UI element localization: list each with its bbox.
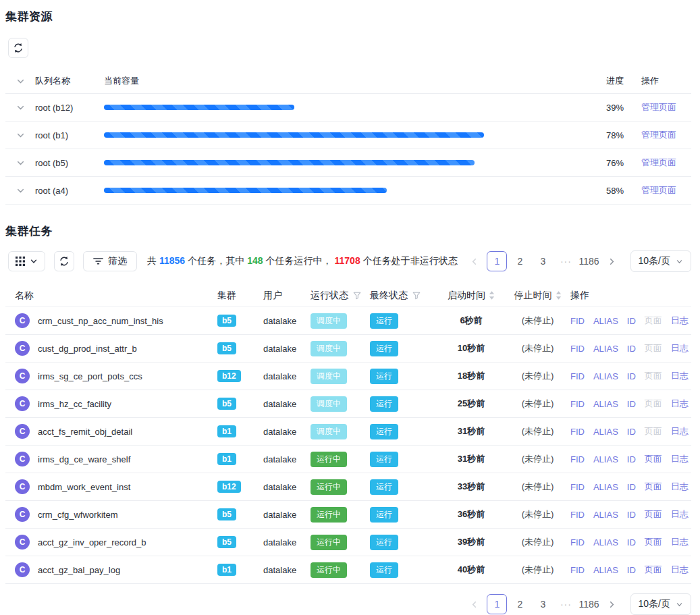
op-fid-link[interactable]: FID (570, 537, 585, 547)
op-alias-link[interactable]: ALIAS (593, 565, 618, 575)
task-row: C irms_hz_cc_facility b5 datalake 调度中 运行… (5, 390, 691, 418)
op-alias-link[interactable]: ALIAS (593, 482, 618, 492)
op-log-link[interactable]: 日志 (671, 564, 689, 576)
manage-page-link[interactable]: 管理页面 (641, 102, 676, 112)
filter-button-label: 筛选 (108, 255, 127, 267)
op-fid-link[interactable]: FID (570, 344, 585, 354)
start-time: 33秒前 (437, 481, 505, 493)
manage-page-link[interactable]: 管理页面 (641, 157, 676, 167)
op-alias-link[interactable]: ALIAS (593, 427, 618, 437)
page-button-2[interactable]: 2 (510, 251, 530, 271)
task-name: acct_gz_bal_pay_log (38, 565, 217, 575)
op-log-link[interactable]: 日志 (671, 425, 689, 437)
op-fid-link[interactable]: FID (570, 399, 585, 409)
page-button-1[interactable]: 1 (487, 594, 507, 614)
op-id-link[interactable]: ID (627, 565, 636, 575)
op-fid-link[interactable]: FID (570, 565, 585, 575)
manage-page-link[interactable]: 管理页面 (641, 185, 676, 195)
final-status-header: 最终状态 (370, 290, 408, 302)
op-alias-link[interactable]: ALIAS (593, 510, 618, 520)
funnel-filter-icon[interactable] (353, 292, 361, 300)
op-id-link[interactable]: ID (627, 510, 636, 520)
op-fid-link[interactable]: FID (570, 371, 585, 381)
op-page-link[interactable]: 页面 (645, 453, 662, 465)
op-fid-link[interactable]: FID (570, 482, 585, 492)
op-alias-link[interactable]: ALIAS (593, 371, 618, 381)
prev-page-button[interactable] (464, 594, 484, 614)
avatar: C (15, 369, 30, 383)
queue-name: root (a4) (35, 186, 104, 196)
page-button-last[interactable]: 1186 (578, 594, 599, 614)
page-button-3[interactable]: 3 (533, 251, 553, 271)
stop-time: (未停止) (505, 315, 570, 327)
stop-time: (未停止) (505, 564, 570, 576)
op-log-link[interactable]: 日志 (671, 481, 689, 493)
page-size-select[interactable]: 10条/页 (630, 593, 691, 615)
op-page-link[interactable]: 页面 (645, 370, 662, 382)
queue-row: root (a4) 58% 管理页面 (5, 177, 691, 205)
op-log-link[interactable]: 日志 (671, 536, 689, 548)
op-log-link[interactable]: 日志 (671, 370, 689, 382)
task-row: C acct_gz_bal_pay_log b1 datalake 运行中 运行… (5, 556, 691, 584)
queue-name-header: 队列名称 (35, 75, 104, 87)
prev-page-button[interactable] (464, 251, 484, 271)
chevron-down-icon[interactable] (16, 159, 28, 167)
start-time: 31秒前 (437, 453, 505, 465)
op-id-link[interactable]: ID (627, 537, 636, 547)
filter-button[interactable]: 筛选 (83, 251, 137, 271)
op-id-link[interactable]: ID (627, 344, 636, 354)
page-size-select[interactable]: 10条/页 (630, 250, 691, 272)
op-log-link[interactable]: 日志 (671, 508, 689, 520)
op-id-link[interactable]: ID (627, 427, 636, 437)
op-log-link[interactable]: 日志 (671, 315, 689, 327)
page-button-3[interactable]: 3 (533, 594, 553, 614)
run-status-badge: 调度中 (311, 424, 347, 439)
pagination-top: 1 2 3 ··· 1186 10条/页 (464, 250, 691, 272)
op-page-link[interactable]: 页面 (645, 342, 662, 354)
op-id-link[interactable]: ID (627, 482, 636, 492)
op-log-link[interactable]: 日志 (671, 342, 689, 354)
page-button-2[interactable]: 2 (510, 594, 530, 614)
sort-icon[interactable] (489, 291, 495, 300)
funnel-filter-icon[interactable] (412, 292, 421, 300)
chevron-down-icon[interactable] (16, 186, 28, 195)
op-fid-link[interactable]: FID (570, 454, 585, 464)
refresh-resources-button[interactable] (8, 38, 28, 58)
next-page-button[interactable] (602, 251, 622, 271)
op-alias-link[interactable]: ALIAS (593, 537, 618, 547)
op-alias-link[interactable]: ALIAS (593, 454, 618, 464)
manage-page-link[interactable]: 管理页面 (641, 130, 676, 140)
chevron-down-icon[interactable] (16, 131, 28, 140)
op-alias-link[interactable]: ALIAS (593, 344, 618, 354)
op-page-link[interactable]: 页面 (645, 481, 662, 493)
op-fid-link[interactable]: FID (570, 316, 585, 326)
page-button-last[interactable]: 1186 (578, 251, 599, 271)
op-id-link[interactable]: ID (627, 316, 636, 326)
sort-icon[interactable] (556, 291, 562, 300)
column-settings-button[interactable] (8, 251, 45, 271)
op-id-link[interactable]: ID (627, 399, 636, 409)
task-row: C acct_gz_inv_oper_record_b b5 datalake … (5, 529, 691, 556)
page-button-1[interactable]: 1 (487, 251, 507, 271)
task-row: C crm_cust_np_acc_num_inst_his b5 datala… (5, 307, 691, 335)
task-name: irms_hz_cc_facility (38, 399, 217, 409)
op-id-link[interactable]: ID (627, 454, 636, 464)
op-page-link[interactable]: 页面 (645, 508, 662, 520)
op-alias-link[interactable]: ALIAS (593, 316, 618, 326)
refresh-tasks-button[interactable] (54, 251, 74, 271)
op-log-link[interactable]: 日志 (671, 453, 689, 465)
chevron-down-icon[interactable] (16, 103, 28, 112)
op-id-link[interactable]: ID (627, 371, 636, 381)
task-user: datalake (263, 454, 311, 464)
op-page-link[interactable]: 页面 (645, 564, 662, 576)
op-alias-link[interactable]: ALIAS (593, 399, 618, 409)
op-log-link[interactable]: 日志 (671, 398, 689, 410)
op-page-link[interactable]: 页面 (645, 536, 662, 548)
op-page-link[interactable]: 页面 (645, 425, 662, 437)
op-page-link[interactable]: 页面 (645, 398, 662, 410)
op-fid-link[interactable]: FID (570, 427, 585, 437)
op-page-link[interactable]: 页面 (645, 315, 662, 327)
next-page-button[interactable] (602, 594, 622, 614)
chevron-down-icon[interactable] (16, 77, 28, 86)
op-fid-link[interactable]: FID (570, 510, 585, 520)
